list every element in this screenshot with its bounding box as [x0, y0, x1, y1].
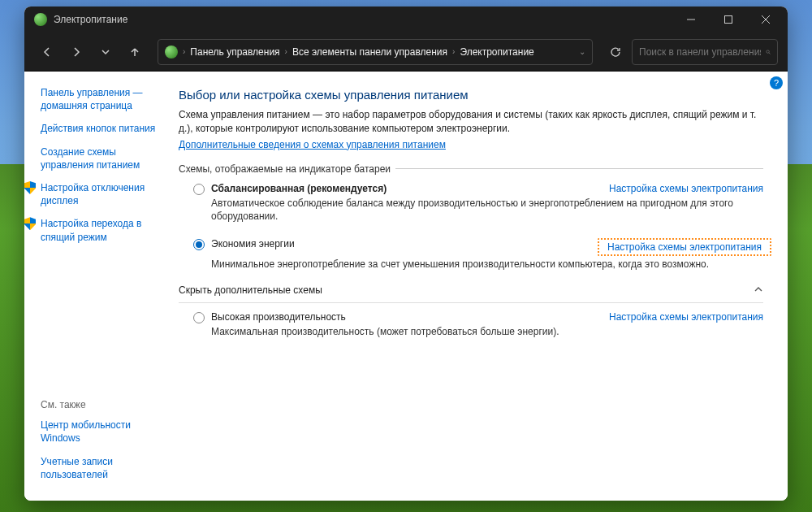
svg-rect-1	[725, 16, 732, 24]
configure-plan-link[interactable]: Настройка схемы электропитания	[607, 241, 762, 253]
window-title: Электропитание	[54, 14, 672, 25]
plan-name[interactable]: Сбалансированная (рекомендуется)	[211, 183, 603, 194]
breadcrumb-item[interactable]: Электропитание	[460, 46, 533, 58]
plan-description: Максимальная производительность (может п…	[211, 325, 763, 339]
up-button[interactable]	[122, 39, 148, 65]
titlebar: Электропитание	[24, 7, 788, 33]
minimize-button[interactable]	[672, 7, 710, 33]
svg-point-4	[767, 50, 769, 52]
search-icon	[766, 46, 771, 58]
search-box[interactable]	[632, 39, 778, 65]
back-button[interactable]	[34, 39, 60, 65]
see-also-heading: См. также	[41, 399, 164, 410]
shield-icon	[24, 217, 36, 230]
address-dropdown-icon[interactable]: ⌄	[579, 47, 585, 56]
help-icon[interactable]: ?	[770, 76, 783, 89]
control-panel-icon	[165, 46, 178, 59]
plan-description: Автоматическое соблюдение баланса между …	[211, 197, 763, 224]
close-button[interactable]	[747, 7, 784, 33]
power-plan-high-perf: Высокая производительность Настройка схе…	[179, 303, 763, 345]
sidebar-link-button-actions[interactable]: Действия кнопок питания	[41, 122, 164, 135]
recent-dropdown[interactable]	[93, 39, 119, 65]
sidebar-footer-mobility[interactable]: Центр мобильности Windows	[41, 419, 164, 445]
configure-plan-link[interactable]: Настройка схемы электропитания	[609, 311, 763, 323]
chevron-right-icon: ›	[183, 47, 185, 56]
plan-description: Минимальное энергопотребление за счет ум…	[211, 258, 763, 271]
maximize-button[interactable]	[710, 7, 747, 33]
chevron-right-icon: ›	[285, 47, 287, 56]
search-input[interactable]	[639, 46, 761, 58]
breadcrumb-item[interactable]: Панель управления	[190, 46, 279, 58]
sidebar-link-create-plan[interactable]: Создание схемы управления питанием	[41, 145, 164, 171]
sidebar-link-display-off[interactable]: Настройка отключения дисплея	[41, 181, 164, 207]
configure-plan-link[interactable]: Настройка схемы электропитания	[609, 183, 763, 194]
forward-button[interactable]	[63, 39, 89, 65]
main-panel: Выбор или настройка схемы управления пит…	[171, 72, 788, 501]
power-plan-balanced: Сбалансированная (рекомендуется) Настрой…	[179, 175, 763, 231]
shield-icon	[24, 181, 36, 194]
window: Электропитание › Па	[24, 7, 788, 501]
content-area: ? Панель управления — домашняя страница …	[24, 72, 788, 501]
power-options-icon	[34, 13, 47, 26]
intro-text: Схема управления питанием — это набор па…	[179, 108, 763, 136]
radio-power-saver[interactable]	[193, 239, 205, 250]
address-bar[interactable]: › Панель управления › Все элементы панел…	[158, 39, 593, 65]
chevron-up-icon	[754, 284, 763, 296]
navbar: › Панель управления › Все элементы панел…	[24, 33, 788, 72]
radio-balanced[interactable]	[193, 184, 205, 195]
learn-more-link[interactable]: Дополнительные сведения о схемах управле…	[179, 139, 446, 150]
sidebar-footer-accounts[interactable]: Учетные записи пользователей	[41, 455, 164, 481]
breadcrumb-item[interactable]: Все элементы панели управления	[292, 46, 447, 58]
plan-name[interactable]: Высокая производительность	[211, 311, 603, 323]
sidebar-link-sleep[interactable]: Настройка перехода в спящий режим	[41, 217, 164, 243]
svg-line-5	[769, 52, 771, 54]
page-heading: Выбор или настройка схемы управления пит…	[179, 88, 763, 102]
toggle-additional-plans[interactable]: Скрыть дополнительные схемы	[179, 278, 763, 303]
highlighted-link-box: Настройка схемы электропитания	[598, 238, 771, 256]
refresh-button[interactable]	[603, 39, 628, 65]
sidebar: Панель управления — домашняя страница Де…	[24, 72, 171, 501]
power-plan-saver: Экономия энергии Настройка схемы электро…	[179, 230, 763, 278]
plans-group-primary: Схемы, отображаемые на индикаторе батаре…	[179, 163, 763, 278]
collapse-label: Скрыть дополнительные схемы	[179, 284, 754, 296]
plans-group-title: Схемы, отображаемые на индикаторе батаре…	[179, 163, 395, 175]
chevron-right-icon: ›	[452, 47, 455, 56]
radio-high-performance[interactable]	[193, 312, 205, 323]
sidebar-link-home[interactable]: Панель управления — домашняя страница	[41, 86, 164, 112]
plan-name[interactable]: Экономия энергии	[211, 238, 591, 249]
